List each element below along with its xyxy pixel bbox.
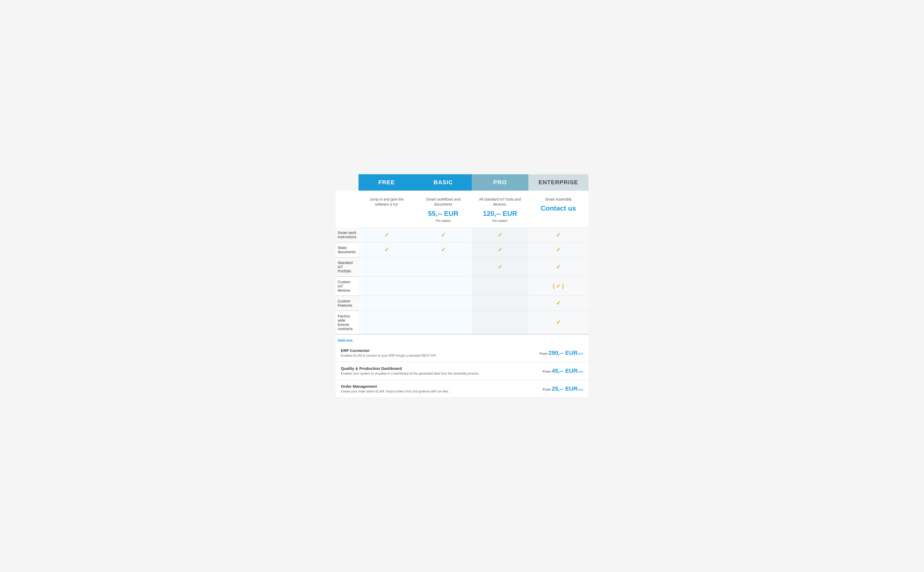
basic-subtitle-cell: Smart workflows and documents 55,-- EUR … xyxy=(415,191,472,228)
pro-subtitle: All standard IoT tools and devices: xyxy=(475,197,525,207)
addon-price: From 45,-- EUR/mo xyxy=(538,367,583,374)
basic-plan-label: BASIC xyxy=(415,174,472,191)
addon-price-unit: /mo xyxy=(577,370,583,373)
check-icon: ✓ xyxy=(441,232,446,238)
addon-title: Quality & Production Dashboard xyxy=(341,366,479,371)
plan-header-enterprise: ENTERPRISE xyxy=(528,174,589,191)
feature-check-cell xyxy=(358,311,415,334)
addon-row: Order Management Create your order withi… xyxy=(335,380,589,398)
pro-price: 120,-- EUR xyxy=(475,209,525,218)
feature-row: Static documents✓✓✓✓ xyxy=(335,242,589,258)
feature-check-cell xyxy=(358,277,415,296)
feature-row: Custom Features✓ xyxy=(335,296,589,311)
addon-cell: ERP Connector Enables ELAM to connect to… xyxy=(335,344,589,362)
plan-header-basic: BASIC xyxy=(415,174,472,191)
plan-header-pro: PRO xyxy=(472,174,528,191)
subtitle-left-empty xyxy=(335,191,358,228)
addon-price-unit: /mo xyxy=(577,387,583,392)
addon-cell: Quality & Production Dashboard Enables y… xyxy=(335,362,589,380)
addon-desc: Enables ELAM to connect to your ERP trou… xyxy=(341,354,437,358)
feature-label: Smart work instructions xyxy=(335,227,358,242)
feature-check-cell xyxy=(472,277,528,296)
addon-desc: Enables your system to visualise in a da… xyxy=(341,371,479,375)
feature-check-cell: ✓ xyxy=(528,296,589,311)
feature-row: Custom IoT devices( ✓ ) xyxy=(335,277,589,296)
addon-price: From 290,-- EUR/mo xyxy=(534,350,583,356)
feature-check-cell: ✓ xyxy=(528,311,589,334)
check-icon: ✓ xyxy=(556,264,561,270)
check-icon: ✓ xyxy=(441,246,446,253)
pro-subtitle-cell: All standard IoT tools and devices: 120,… xyxy=(472,191,528,228)
pro-price-sub: Per station xyxy=(475,219,525,223)
basic-price-amount: 55,-- EUR xyxy=(428,210,458,218)
pricing-table: FREE BASIC PRO ENTERPRISE Jump in and gi… xyxy=(335,174,589,398)
check-icon: ✓ xyxy=(556,232,561,238)
feature-check-cell xyxy=(415,277,472,296)
free-plan-label: FREE xyxy=(358,174,415,191)
addon-price-main: 45,-- EUR xyxy=(552,367,578,374)
check-icon: ✓ xyxy=(384,246,389,253)
feature-check-cell: ✓ xyxy=(358,227,415,242)
feature-label: Custom IoT devices xyxy=(335,277,358,296)
check-icon: ✓ xyxy=(556,246,561,253)
addon-from-label: From xyxy=(543,370,552,373)
free-subtitle: Jump in and give the software a try! xyxy=(362,197,411,207)
feature-check-cell xyxy=(358,258,415,277)
addon-price-main: 25,-- EUR xyxy=(552,385,578,392)
addon-price-main: 290,-- EUR xyxy=(548,350,577,356)
plan-header-row: FREE BASIC PRO ENTERPRISE xyxy=(335,174,589,191)
addon-price-unit: /mo xyxy=(577,352,583,356)
check-icon: ✓ xyxy=(556,300,561,306)
feature-label: Custom Features xyxy=(335,296,358,311)
feature-check-cell: ✓ xyxy=(415,227,472,242)
enterprise-subtitle: Smart Assembly xyxy=(532,197,585,202)
feature-check-cell xyxy=(415,258,472,277)
feature-check-cell: ✓ xyxy=(528,258,589,277)
feature-label: Factory wide license contracts xyxy=(335,311,358,334)
basic-price: 55,-- EUR xyxy=(419,209,468,218)
enterprise-subtitle-cell: Smart Assembly Contact us xyxy=(528,191,589,228)
feature-check-cell: ✓ xyxy=(528,242,589,258)
feature-label: Static documents xyxy=(335,242,358,258)
addon-title: Order Management xyxy=(341,384,449,389)
feature-check-cell: ✓ xyxy=(472,227,528,242)
feature-check-cell: ✓ xyxy=(358,242,415,258)
plan-header-free: FREE xyxy=(358,174,415,191)
addon-desc: Create your order within ELAM. Import or… xyxy=(341,390,449,393)
feature-check-cell xyxy=(415,296,472,311)
basic-subtitle: Smart workflows and documents xyxy=(419,197,468,207)
feature-label: Standard IoT Portfolio xyxy=(335,258,358,277)
addon-from-label: From xyxy=(539,352,548,356)
feature-check-cell xyxy=(472,296,528,311)
check-icon: ✓ xyxy=(497,246,502,253)
addon-from-label: From xyxy=(543,387,552,392)
basic-price-sub: Per station xyxy=(419,219,468,223)
addon-cell: Order Management Create your order withi… xyxy=(335,380,589,398)
feature-check-cell xyxy=(358,296,415,311)
feature-row: Factory wide license contracts✓ xyxy=(335,311,589,334)
feature-row: Standard IoT Portfolio✓✓ xyxy=(335,258,589,277)
addon-row: ERP Connector Enables ELAM to connect to… xyxy=(335,344,589,362)
addons-label-row: Add-ons xyxy=(335,334,589,344)
feature-check-cell: ✓ xyxy=(415,242,472,258)
check-icon: ✓ xyxy=(497,232,502,238)
feature-check-cell: ✓ xyxy=(472,242,528,258)
feature-check-cell: ✓ xyxy=(472,258,528,277)
feature-check-cell xyxy=(415,311,472,334)
feature-check-cell: ✓ xyxy=(528,227,589,242)
addons-label: Add-ons xyxy=(335,334,358,344)
check-icon: ✓ xyxy=(497,264,502,270)
check-icon: ✓ xyxy=(556,319,561,326)
addon-row: Quality & Production Dashboard Enables y… xyxy=(335,362,589,380)
addon-title: ERP Connector xyxy=(341,348,437,353)
empty-header xyxy=(335,174,358,191)
pricing-subtitle-row: Jump in and give the software a try! Sma… xyxy=(335,191,589,228)
check-icon: ✓ xyxy=(384,232,389,238)
free-subtitle-cell: Jump in and give the software a try! xyxy=(358,191,415,228)
feature-check-cell: ( ✓ ) xyxy=(528,277,589,296)
pro-plan-label: PRO xyxy=(472,174,528,191)
enterprise-contact[interactable]: Contact us xyxy=(532,204,585,213)
feature-check-cell xyxy=(472,311,528,334)
partial-check-icon: ( ✓ ) xyxy=(553,283,564,289)
enterprise-plan-label: ENTERPRISE xyxy=(528,174,589,191)
